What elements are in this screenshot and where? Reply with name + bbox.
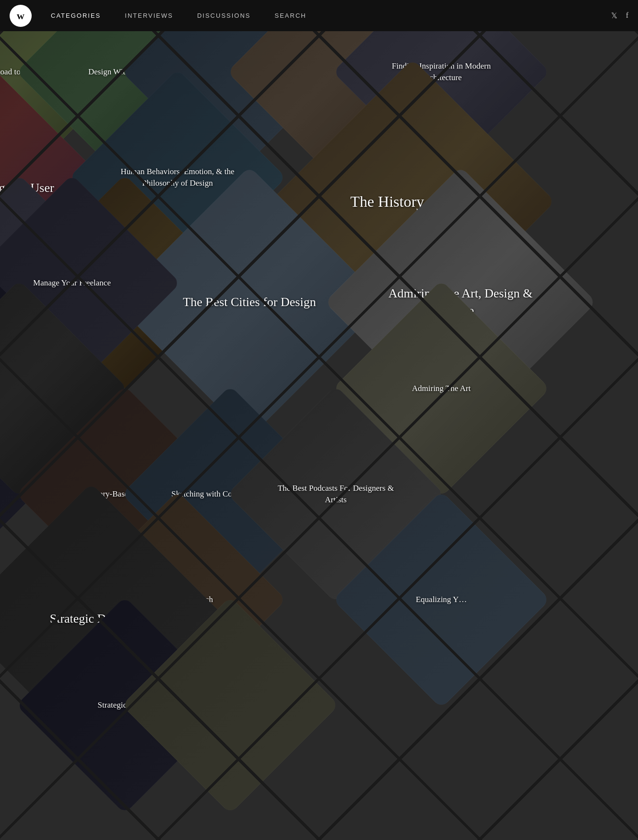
- nav-categories[interactable]: CATEGORIES: [51, 12, 101, 19]
- tile-label-equalizing: Equalizing Y…: [365, 523, 518, 676]
- tile-label-portrait: [154, 628, 307, 782]
- site-logo[interactable]: w: [10, 5, 32, 27]
- nav-discussions[interactable]: DISCUSSIONS: [197, 12, 251, 19]
- nav-social: 𝕏 f: [611, 11, 628, 20]
- nav-interviews[interactable]: INTERVIEWS: [125, 12, 173, 19]
- nav-search[interactable]: SEARCH: [275, 12, 307, 19]
- diamond-grid: Road to Success Design With Structure Fi…: [0, 31, 638, 840]
- facebook-icon[interactable]: f: [626, 11, 628, 20]
- navbar: w CATEGORIES INTERVIEWS DISCUSSIONS SEAR…: [0, 0, 638, 31]
- nav-links: CATEGORIES INTERVIEWS DISCUSSIONS SEARCH: [51, 12, 611, 19]
- tile-label-bestcities: The Best Cities for Design: [154, 206, 345, 398]
- twitter-icon[interactable]: 𝕏: [611, 11, 617, 20]
